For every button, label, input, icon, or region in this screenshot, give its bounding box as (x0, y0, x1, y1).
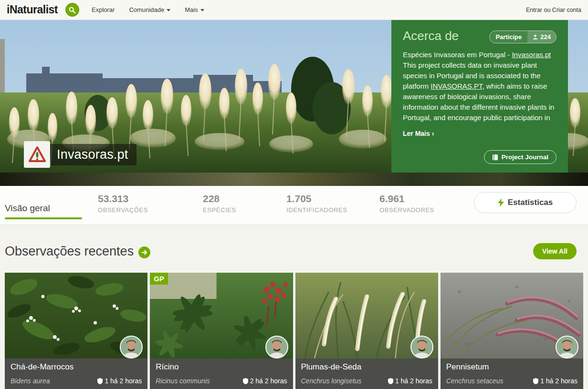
member-count[interactable]: 224 (527, 31, 556, 43)
observation-meta: 1 há 2 horas (97, 377, 142, 385)
invasoras-platform-link[interactable]: INVASORAS.PT (430, 82, 482, 90)
chevron-down-icon (200, 9, 204, 11)
id-shield-icon (388, 378, 393, 384)
recent-observations-header: Observações recentes View All (5, 243, 577, 259)
join-button[interactable]: Participe 224 (489, 31, 556, 43)
read-more-link[interactable]: Ler Mais (403, 130, 434, 137)
journal-button-label: Project Journal (502, 154, 548, 161)
nav-item-label: Comunidade (129, 6, 164, 13)
nav-item-mais[interactable]: Mais (185, 6, 204, 13)
invasive-warning-icon (28, 146, 46, 163)
observation-species-name: Cenchrus setaceus (446, 377, 504, 385)
recent-observations-title: Observações recentes (5, 244, 134, 259)
project-title-bg: Invasoras.pt (50, 144, 136, 165)
stat-value: 228 (203, 193, 236, 205)
observation-meta: 1 há 2 horas (533, 377, 578, 385)
gp-badge: GP (150, 273, 168, 285)
stats-bar: Visão geral 53.313 OBSERVAÇÕES 228 ESPÉC… (0, 186, 588, 225)
page: iNaturalist Explorar Comunidade Mais Ent… (0, 0, 588, 389)
invasoras-link[interactable]: Invasoras.pt (512, 51, 551, 59)
observation-time: 2 há 2 horas (250, 377, 287, 385)
project-banner: Invasoras.pt Acerca de Participe 224 (0, 20, 588, 186)
observation-cards: Chá-de-Marrocos Bidens aurea 1 há 2 hora… (5, 273, 583, 389)
project-label: Invasoras.pt (24, 141, 136, 168)
member-count-value: 224 (540, 33, 551, 41)
observation-common-name: Plumas-de-Seda (301, 362, 432, 372)
lightning-icon (498, 198, 504, 207)
observation-card[interactable]: Pennisetum Cenchrus setaceus 1 há 2 hora… (441, 273, 583, 389)
stat-label: OBSERVAÇÕES (98, 206, 148, 214)
observation-card[interactable]: Chá-de-Marrocos Bidens aurea 1 há 2 hora… (5, 273, 147, 389)
id-shield-icon (97, 378, 103, 384)
observer-avatar[interactable] (265, 336, 288, 358)
person-icon (533, 34, 538, 40)
observation-common-name: Rícino (156, 362, 287, 372)
stat-species[interactable]: 228 ESPÉCIES (203, 193, 236, 214)
banner-bottom-strip (0, 173, 588, 186)
observation-meta: 1 há 2 horas (388, 377, 432, 385)
arrow-right-icon[interactable] (138, 246, 150, 258)
id-shield-icon (533, 378, 538, 384)
project-journal-button[interactable]: Project Journal (484, 150, 556, 164)
about-line1-text: Espécies Invasoras em Portugal - (403, 51, 512, 59)
observer-avatar[interactable] (410, 336, 433, 358)
observation-card[interactable]: GP (150, 273, 293, 389)
observation-time: 1 há 2 horas (540, 377, 578, 385)
observation-species-name: Ricinus communis (156, 377, 210, 385)
stat-label: ESPÉCIES (203, 206, 236, 214)
statistics-button[interactable]: Estatísticas (474, 192, 577, 213)
nav-item-comunidade[interactable]: Comunidade (129, 6, 170, 13)
search-button[interactable] (65, 3, 79, 17)
stat-label: OBSERVADORES (379, 206, 434, 214)
observation-footer: Pennisetum Cenchrus setaceus 1 há 2 hora… (441, 358, 583, 389)
chevron-down-icon (167, 9, 170, 11)
nav-item-label: Mais (185, 6, 198, 13)
search-icon (69, 7, 75, 13)
join-label[interactable]: Participe (490, 31, 527, 43)
id-shield-icon (243, 378, 248, 384)
nav-links: Explorar Comunidade Mais (92, 6, 204, 13)
project-title: Invasoras.pt (57, 147, 128, 162)
about-title: Acerca de (403, 29, 459, 43)
observation-common-name: Chá-de-Marrocos (10, 362, 142, 372)
project-icon (24, 141, 50, 168)
stat-observations[interactable]: 53.313 OBSERVAÇÕES (98, 193, 148, 214)
observation-species-name: Bidens aurea (10, 377, 50, 385)
stat-value: 1.705 (286, 193, 347, 205)
observation-species-name: Cenchrus longisetus (301, 377, 362, 385)
observation-footer: Rícino Ricinus communis 2 há 2 horas (150, 358, 293, 389)
about-panel: Acerca de Participe 224 Espécies Invasor… (391, 20, 568, 173)
observation-time: 1 há 2 horas (105, 377, 142, 385)
observation-time: 1 há 2 horas (395, 377, 432, 385)
stat-observers[interactable]: 6.961 OBSERVADORES (379, 193, 434, 214)
inaturalist-logo[interactable]: iNaturalist (7, 3, 58, 16)
observer-avatar[interactable] (120, 336, 143, 358)
observation-meta: 2 há 2 horas (243, 377, 287, 385)
observation-common-name: Pennisetum (446, 362, 578, 372)
stat-value: 6.961 (379, 193, 434, 205)
stat-value: 53.313 (98, 193, 148, 205)
about-description: Espécies Invasoras em Portugal - Invasor… (403, 50, 556, 123)
observer-avatar[interactable] (556, 336, 578, 358)
sign-in-link[interactable]: Entrar ou Criar conta (526, 7, 581, 13)
nav-item-label: Explorar (92, 6, 115, 13)
tab-overview[interactable]: Visão geral (5, 203, 50, 214)
observation-footer: Plumas-de-Seda Cenchrus longisetus 1 há … (295, 358, 438, 389)
observation-footer: Chá-de-Marrocos Bidens aurea 1 há 2 hora… (5, 358, 147, 389)
stat-identifiers[interactable]: 1.705 IDENTIFICADORES (286, 193, 347, 214)
stat-label: IDENTIFICADORES (286, 206, 347, 214)
statistics-button-label: Estatísticas (508, 198, 553, 207)
nav-item-explorar[interactable]: Explorar (92, 6, 115, 13)
view-all-button[interactable]: View All (533, 243, 577, 259)
journal-icon (492, 154, 498, 161)
observation-card[interactable]: Plumas-de-Seda Cenchrus longisetus 1 há … (295, 273, 438, 389)
top-navbar: iNaturalist Explorar Comunidade Mais Ent… (0, 0, 588, 20)
tab-active-underline (5, 217, 82, 219)
